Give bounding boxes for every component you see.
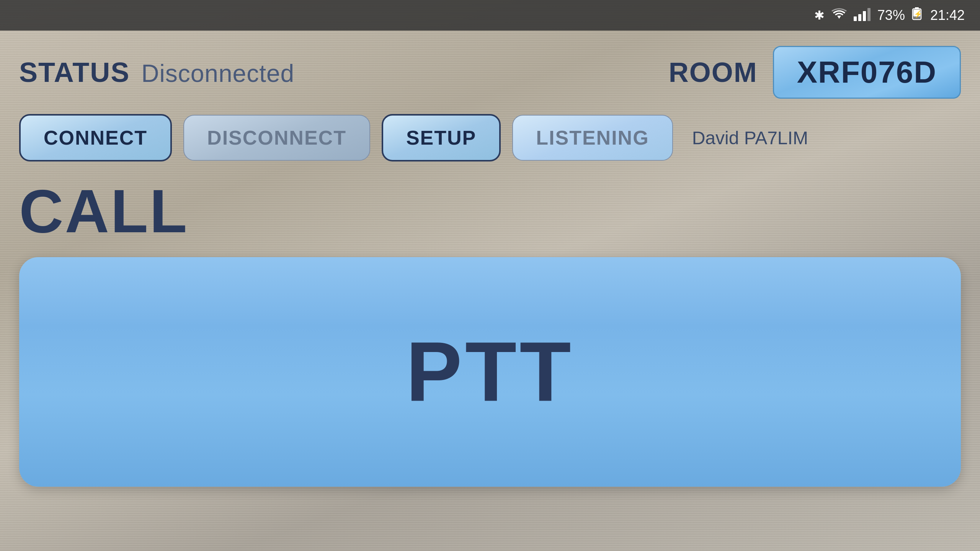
svg-rect-0: [854, 16, 857, 21]
room-value: XRF076D: [797, 55, 937, 89]
status-section: STATUS Disconnected: [19, 57, 294, 88]
charging-icon: ⚡: [912, 7, 923, 24]
battery-percentage: 73%: [877, 7, 905, 23]
disconnect-button[interactable]: DISCONNECT: [183, 115, 370, 161]
status-label: STATUS: [19, 57, 130, 88]
setup-button[interactable]: SETUP: [382, 114, 501, 161]
svg-rect-5: [915, 7, 919, 9]
status-bar-icons: ✱ 73% ⚡: [814, 7, 965, 24]
svg-rect-2: [863, 11, 866, 21]
room-value-box[interactable]: XRF076D: [773, 46, 961, 99]
user-label: David PA7LIM: [692, 127, 808, 148]
time-display: 21:42: [930, 7, 965, 23]
svg-text:⚡: ⚡: [914, 10, 923, 18]
ptt-label: PTT: [406, 324, 574, 421]
connect-button[interactable]: CONNECT: [19, 114, 172, 161]
header-row: STATUS Disconnected ROOM XRF076D: [19, 46, 961, 99]
buttons-row: CONNECT DISCONNECT SETUP LISTENING David…: [19, 114, 961, 161]
status-bar: ✱ 73% ⚡: [0, 0, 980, 31]
ptt-button[interactable]: PTT: [19, 257, 961, 487]
room-section: ROOM XRF076D: [669, 46, 961, 99]
svg-rect-1: [858, 14, 861, 21]
signal-icon: [854, 7, 871, 24]
status-value: Disconnected: [141, 59, 294, 88]
main-content: STATUS Disconnected ROOM XRF076D CONNECT…: [0, 31, 980, 551]
bluetooth-icon: ✱: [814, 8, 825, 23]
svg-rect-3: [867, 8, 871, 21]
wifi-icon: [831, 7, 847, 24]
call-label: CALL: [19, 181, 961, 242]
room-label: ROOM: [669, 57, 758, 88]
listening-button[interactable]: LISTENING: [512, 115, 673, 161]
